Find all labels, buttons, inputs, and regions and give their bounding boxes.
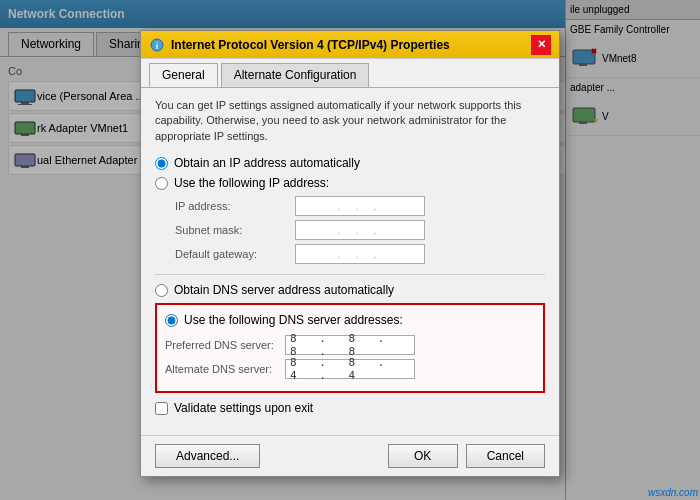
ip-field-address: IP address: . . . — [175, 196, 545, 216]
dns-field-alternate: Alternate DNS server: 8 . 8 . 4 . 4 — [165, 359, 535, 379]
validate-checkbox[interactable] — [155, 402, 168, 415]
dialog-title-area: i Internet Protocol Version 4 (TCP/IPv4)… — [149, 37, 450, 53]
validate-row: Validate settings upon exit — [155, 401, 545, 415]
radio-manual-ip-input[interactable] — [155, 177, 168, 190]
default-gateway-label: Default gateway: — [175, 248, 295, 260]
tab-general[interactable]: General — [149, 63, 218, 87]
properties-icon: i — [150, 38, 164, 52]
watermark: wsxdn.com — [648, 487, 698, 498]
subnet-mask-input[interactable]: . . . — [295, 220, 425, 240]
validate-label: Validate settings upon exit — [174, 401, 313, 415]
ok-cancel-group: OK Cancel — [388, 444, 545, 468]
preferred-dns-label: Preferred DNS server: — [165, 339, 285, 351]
tab-alternate-config[interactable]: Alternate Configuration — [221, 63, 370, 87]
cancel-button[interactable]: Cancel — [466, 444, 545, 468]
info-text: You can get IP settings assigned automat… — [155, 98, 545, 144]
dialog-close-button[interactable]: ✕ — [531, 35, 551, 55]
subnet-mask-label: Subnet mask: — [175, 224, 295, 236]
separator — [155, 274, 545, 275]
radio-auto-ip-label: Obtain an IP address automatically — [174, 156, 360, 170]
ip-field-gateway: Default gateway: . . . — [175, 244, 545, 264]
alternate-dns-label: Alternate DNS server: — [165, 363, 285, 375]
radio-auto-ip-input[interactable] — [155, 157, 168, 170]
ip-fields: IP address: . . . Subnet mask: . . . Def… — [175, 196, 545, 264]
radio-manual-ip-label: Use the following IP address: — [174, 176, 329, 190]
ip-field-subnet: Subnet mask: . . . — [175, 220, 545, 240]
dns-highlighted-section: Use the following DNS server addresses: … — [155, 303, 545, 393]
dialog-titlebar: i Internet Protocol Version 4 (TCP/IPv4)… — [141, 31, 559, 59]
radio-auto-ip[interactable]: Obtain an IP address automatically — [155, 156, 545, 170]
dialog-content: You can get IP settings assigned automat… — [141, 88, 559, 435]
dialog-footer: Advanced... OK Cancel — [141, 435, 559, 476]
dialog-title-text: Internet Protocol Version 4 (TCP/IPv4) P… — [171, 38, 450, 52]
properties-dialog: i Internet Protocol Version 4 (TCP/IPv4)… — [140, 30, 560, 477]
radio-manual-dns[interactable]: Use the following DNS server addresses: — [165, 313, 535, 327]
radio-manual-ip[interactable]: Use the following IP address: — [155, 176, 545, 190]
alternate-dns-input[interactable]: 8 . 8 . 4 . 4 — [285, 359, 415, 379]
default-gateway-input[interactable]: . . . — [295, 244, 425, 264]
ok-button[interactable]: OK — [388, 444, 458, 468]
radio-auto-dns-label: Obtain DNS server address automatically — [174, 283, 394, 297]
advanced-button[interactable]: Advanced... — [155, 444, 260, 468]
dialog-tabs: General Alternate Configuration — [141, 59, 559, 88]
dialog-title-icon: i — [149, 37, 165, 53]
dns-field-preferred: Preferred DNS server: 8 . 8 . 8 . 8 — [165, 335, 535, 355]
radio-manual-dns-input[interactable] — [165, 314, 178, 327]
radio-auto-dns[interactable]: Obtain DNS server address automatically — [155, 283, 545, 297]
preferred-dns-input[interactable]: 8 . 8 . 8 . 8 — [285, 335, 415, 355]
svg-text:i: i — [156, 40, 159, 50]
ip-address-label: IP address: — [175, 200, 295, 212]
radio-manual-dns-label: Use the following DNS server addresses: — [184, 313, 403, 327]
radio-auto-dns-input[interactable] — [155, 284, 168, 297]
ip-address-input[interactable]: . . . — [295, 196, 425, 216]
